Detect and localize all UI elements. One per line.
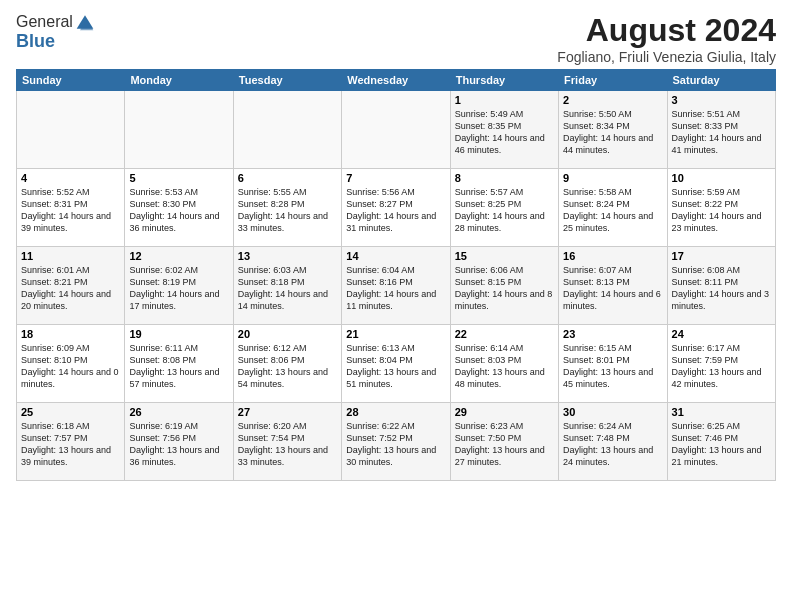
day-info: Sunrise: 6:14 AM Sunset: 8:03 PM Dayligh… xyxy=(455,342,554,391)
day-number: 16 xyxy=(563,250,662,262)
day-number: 5 xyxy=(129,172,228,184)
day-info: Sunrise: 6:08 AM Sunset: 8:11 PM Dayligh… xyxy=(672,264,771,313)
day-info: Sunrise: 6:25 AM Sunset: 7:46 PM Dayligh… xyxy=(672,420,771,469)
day-number: 18 xyxy=(21,328,120,340)
table-row: 18Sunrise: 6:09 AM Sunset: 8:10 PM Dayli… xyxy=(17,325,125,403)
table-row: 21Sunrise: 6:13 AM Sunset: 8:04 PM Dayli… xyxy=(342,325,450,403)
table-row: 12Sunrise: 6:02 AM Sunset: 8:19 PM Dayli… xyxy=(125,247,233,325)
table-row: 20Sunrise: 6:12 AM Sunset: 8:06 PM Dayli… xyxy=(233,325,341,403)
day-number: 17 xyxy=(672,250,771,262)
day-number: 30 xyxy=(563,406,662,418)
day-number: 15 xyxy=(455,250,554,262)
day-number: 7 xyxy=(346,172,445,184)
day-info: Sunrise: 6:04 AM Sunset: 8:16 PM Dayligh… xyxy=(346,264,445,313)
day-number: 25 xyxy=(21,406,120,418)
day-info: Sunrise: 6:09 AM Sunset: 8:10 PM Dayligh… xyxy=(21,342,120,391)
day-info: Sunrise: 6:01 AM Sunset: 8:21 PM Dayligh… xyxy=(21,264,120,313)
table-row: 3Sunrise: 5:51 AM Sunset: 8:33 PM Daylig… xyxy=(667,91,775,169)
header-wednesday: Wednesday xyxy=(342,70,450,91)
table-row xyxy=(125,91,233,169)
day-info: Sunrise: 5:52 AM Sunset: 8:31 PM Dayligh… xyxy=(21,186,120,235)
day-number: 10 xyxy=(672,172,771,184)
day-number: 9 xyxy=(563,172,662,184)
header-thursday: Thursday xyxy=(450,70,558,91)
day-info: Sunrise: 6:15 AM Sunset: 8:01 PM Dayligh… xyxy=(563,342,662,391)
day-info: Sunrise: 5:53 AM Sunset: 8:30 PM Dayligh… xyxy=(129,186,228,235)
table-row: 24Sunrise: 6:17 AM Sunset: 7:59 PM Dayli… xyxy=(667,325,775,403)
table-row: 27Sunrise: 6:20 AM Sunset: 7:54 PM Dayli… xyxy=(233,403,341,481)
header-saturday: Saturday xyxy=(667,70,775,91)
day-number: 26 xyxy=(129,406,228,418)
day-info: Sunrise: 6:02 AM Sunset: 8:19 PM Dayligh… xyxy=(129,264,228,313)
day-number: 22 xyxy=(455,328,554,340)
day-info: Sunrise: 6:20 AM Sunset: 7:54 PM Dayligh… xyxy=(238,420,337,469)
table-row: 25Sunrise: 6:18 AM Sunset: 7:57 PM Dayli… xyxy=(17,403,125,481)
day-info: Sunrise: 6:19 AM Sunset: 7:56 PM Dayligh… xyxy=(129,420,228,469)
header-friday: Friday xyxy=(559,70,667,91)
day-number: 27 xyxy=(238,406,337,418)
day-info: Sunrise: 6:12 AM Sunset: 8:06 PM Dayligh… xyxy=(238,342,337,391)
table-row: 31Sunrise: 6:25 AM Sunset: 7:46 PM Dayli… xyxy=(667,403,775,481)
day-info: Sunrise: 6:13 AM Sunset: 8:04 PM Dayligh… xyxy=(346,342,445,391)
day-info: Sunrise: 5:51 AM Sunset: 8:33 PM Dayligh… xyxy=(672,108,771,157)
logo-icon xyxy=(75,12,95,32)
day-info: Sunrise: 5:58 AM Sunset: 8:24 PM Dayligh… xyxy=(563,186,662,235)
table-row: 19Sunrise: 6:11 AM Sunset: 8:08 PM Dayli… xyxy=(125,325,233,403)
day-number: 28 xyxy=(346,406,445,418)
calendar-week-row: 4Sunrise: 5:52 AM Sunset: 8:31 PM Daylig… xyxy=(17,169,776,247)
page: General Blue August 2024 Fogliano, Friul… xyxy=(0,0,792,493)
table-row: 9Sunrise: 5:58 AM Sunset: 8:24 PM Daylig… xyxy=(559,169,667,247)
day-number: 24 xyxy=(672,328,771,340)
calendar-header-row: Sunday Monday Tuesday Wednesday Thursday… xyxy=(17,70,776,91)
day-info: Sunrise: 6:23 AM Sunset: 7:50 PM Dayligh… xyxy=(455,420,554,469)
table-row: 29Sunrise: 6:23 AM Sunset: 7:50 PM Dayli… xyxy=(450,403,558,481)
calendar-week-row: 11Sunrise: 6:01 AM Sunset: 8:21 PM Dayli… xyxy=(17,247,776,325)
table-row: 11Sunrise: 6:01 AM Sunset: 8:21 PM Dayli… xyxy=(17,247,125,325)
day-info: Sunrise: 6:11 AM Sunset: 8:08 PM Dayligh… xyxy=(129,342,228,391)
calendar-table: Sunday Monday Tuesday Wednesday Thursday… xyxy=(16,69,776,481)
table-row: 8Sunrise: 5:57 AM Sunset: 8:25 PM Daylig… xyxy=(450,169,558,247)
day-number: 2 xyxy=(563,94,662,106)
day-number: 3 xyxy=(672,94,771,106)
day-info: Sunrise: 5:56 AM Sunset: 8:27 PM Dayligh… xyxy=(346,186,445,235)
day-number: 1 xyxy=(455,94,554,106)
logo-blue-text: Blue xyxy=(16,32,95,50)
table-row: 5Sunrise: 5:53 AM Sunset: 8:30 PM Daylig… xyxy=(125,169,233,247)
logo-general-text: General xyxy=(16,13,73,31)
location-title: Fogliano, Friuli Venezia Giulia, Italy xyxy=(557,49,776,65)
day-info: Sunrise: 5:49 AM Sunset: 8:35 PM Dayligh… xyxy=(455,108,554,157)
table-row xyxy=(342,91,450,169)
table-row: 4Sunrise: 5:52 AM Sunset: 8:31 PM Daylig… xyxy=(17,169,125,247)
day-number: 11 xyxy=(21,250,120,262)
table-row: 22Sunrise: 6:14 AM Sunset: 8:03 PM Dayli… xyxy=(450,325,558,403)
day-number: 20 xyxy=(238,328,337,340)
table-row: 13Sunrise: 6:03 AM Sunset: 8:18 PM Dayli… xyxy=(233,247,341,325)
day-info: Sunrise: 5:57 AM Sunset: 8:25 PM Dayligh… xyxy=(455,186,554,235)
header-tuesday: Tuesday xyxy=(233,70,341,91)
day-number: 4 xyxy=(21,172,120,184)
day-number: 31 xyxy=(672,406,771,418)
day-number: 8 xyxy=(455,172,554,184)
table-row: 17Sunrise: 6:08 AM Sunset: 8:11 PM Dayli… xyxy=(667,247,775,325)
table-row: 23Sunrise: 6:15 AM Sunset: 8:01 PM Dayli… xyxy=(559,325,667,403)
day-info: Sunrise: 6:03 AM Sunset: 8:18 PM Dayligh… xyxy=(238,264,337,313)
table-row: 6Sunrise: 5:55 AM Sunset: 8:28 PM Daylig… xyxy=(233,169,341,247)
day-info: Sunrise: 6:06 AM Sunset: 8:15 PM Dayligh… xyxy=(455,264,554,313)
title-block: August 2024 Fogliano, Friuli Venezia Giu… xyxy=(557,12,776,65)
day-number: 23 xyxy=(563,328,662,340)
header-sunday: Sunday xyxy=(17,70,125,91)
calendar-week-row: 1Sunrise: 5:49 AM Sunset: 8:35 PM Daylig… xyxy=(17,91,776,169)
table-row: 2Sunrise: 5:50 AM Sunset: 8:34 PM Daylig… xyxy=(559,91,667,169)
calendar-week-row: 25Sunrise: 6:18 AM Sunset: 7:57 PM Dayli… xyxy=(17,403,776,481)
table-row: 15Sunrise: 6:06 AM Sunset: 8:15 PM Dayli… xyxy=(450,247,558,325)
table-row: 7Sunrise: 5:56 AM Sunset: 8:27 PM Daylig… xyxy=(342,169,450,247)
table-row: 1Sunrise: 5:49 AM Sunset: 8:35 PM Daylig… xyxy=(450,91,558,169)
day-number: 12 xyxy=(129,250,228,262)
logo: General Blue xyxy=(16,12,95,50)
day-number: 13 xyxy=(238,250,337,262)
table-row: 14Sunrise: 6:04 AM Sunset: 8:16 PM Dayli… xyxy=(342,247,450,325)
day-info: Sunrise: 6:22 AM Sunset: 7:52 PM Dayligh… xyxy=(346,420,445,469)
day-number: 21 xyxy=(346,328,445,340)
table-row: 10Sunrise: 5:59 AM Sunset: 8:22 PM Dayli… xyxy=(667,169,775,247)
day-number: 6 xyxy=(238,172,337,184)
